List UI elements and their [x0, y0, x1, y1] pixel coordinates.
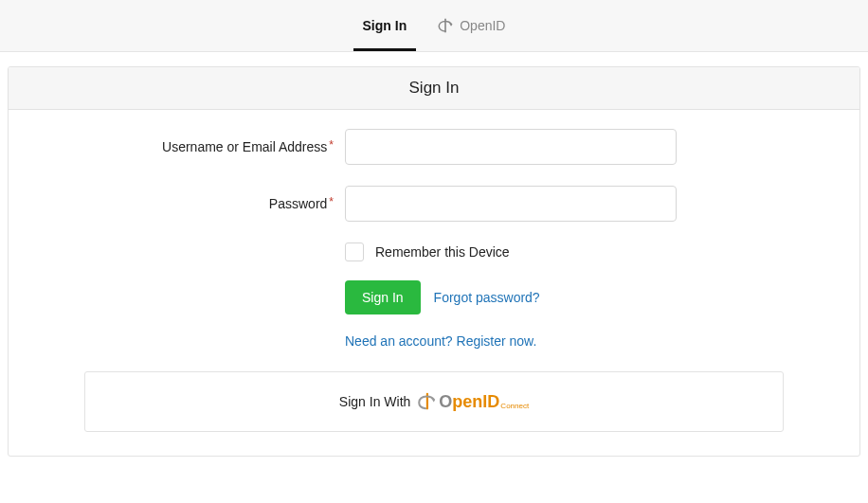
signin-card: Sign In Username or Email Address* Passw…: [8, 66, 860, 457]
password-label: Password*: [27, 196, 345, 211]
openid-logo-connect: Connect: [500, 402, 529, 410]
password-input[interactable]: [345, 186, 677, 222]
tab-openid-label: OpenID: [460, 18, 505, 33]
action-row: Sign In Forgot password?: [27, 280, 841, 314]
card-title: Sign In: [9, 67, 859, 110]
openid-logo-word: OpenID: [439, 392, 499, 412]
provider-box: Sign In With OpenID Connect: [84, 371, 784, 432]
register-link[interactable]: Need an account? Register now.: [345, 333, 536, 349]
username-row: Username or Email Address*: [27, 129, 841, 165]
openid-logo-icon: [416, 391, 437, 412]
remember-checkbox[interactable]: [345, 243, 364, 261]
register-row: Need an account? Register now.: [27, 333, 841, 349]
openid-connect-button[interactable]: Sign In With OpenID Connect: [339, 391, 529, 412]
tab-openid[interactable]: OpenID: [433, 0, 509, 51]
openid-icon: [437, 17, 454, 34]
password-row: Password*: [27, 186, 841, 222]
container: Sign In Username or Email Address* Passw…: [0, 52, 868, 471]
required-mark: *: [329, 195, 334, 208]
signin-button[interactable]: Sign In: [345, 280, 421, 314]
forgot-password-link[interactable]: Forgot password?: [434, 290, 540, 305]
openid-logo-text: OpenID Connect: [439, 392, 529, 412]
provider-prefix: Sign In With: [339, 394, 410, 409]
username-label: Username or Email Address*: [27, 139, 345, 154]
remember-row: Remember this Device: [27, 243, 841, 261]
tab-signin-label: Sign In: [363, 18, 407, 33]
required-mark: *: [329, 138, 334, 152]
username-input[interactable]: [345, 129, 677, 165]
top-bar: Sign In OpenID: [0, 0, 868, 52]
username-label-text: Username or Email Address: [162, 139, 327, 154]
password-label-text: Password: [269, 196, 327, 211]
remember-label: Remember this Device: [375, 244, 510, 260]
tab-signin[interactable]: Sign In: [359, 0, 411, 51]
tabs: Sign In OpenID: [359, 0, 510, 51]
card-body: Username or Email Address* Password* Rem…: [9, 110, 859, 456]
